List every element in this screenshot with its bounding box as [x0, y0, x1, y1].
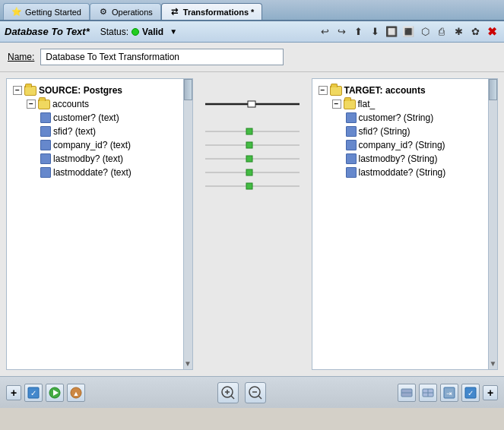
svg-text:⇥: ⇥: [446, 390, 452, 397]
source-expand-icon[interactable]: −: [13, 86, 22, 95]
svg-rect-11: [246, 183, 252, 189]
export-btn[interactable]: ⇥: [440, 384, 458, 402]
add2-btn[interactable]: +: [483, 385, 498, 400]
zoom-in-btn[interactable]: [217, 382, 239, 403]
mapping-area: − SOURCE: Postgres − accounts customer? …: [0, 72, 504, 376]
svg-rect-7: [246, 156, 252, 162]
svg-rect-5: [246, 142, 252, 148]
asterisk-btn[interactable]: ✱: [451, 24, 466, 40]
status-dropdown[interactable]: ▼: [170, 27, 177, 36]
svg-text:✓: ✓: [468, 389, 474, 397]
transform-icon: ⇄: [170, 7, 180, 17]
source-field-1: sfid? (text): [10, 125, 189, 138]
close-btn[interactable]: ✖: [484, 24, 499, 40]
target-field-1: sfid? (String): [315, 125, 495, 138]
source-root-header: − SOURCE: Postgres: [10, 84, 189, 97]
name-input[interactable]: [40, 49, 284, 65]
flower-btn[interactable]: ✿: [468, 24, 483, 40]
zoom-out-icon: [247, 384, 264, 401]
target-scrollbar[interactable]: ▼: [488, 79, 497, 369]
source-header-label: SOURCE: Postgres: [39, 85, 122, 96]
run-btn[interactable]: [46, 384, 64, 402]
secondary-toolbar: Database To Text* Status: Valid ▼ ↩ ↪ ⬆ …: [0, 21, 504, 43]
source-field-label-3: lastmodby? (text): [53, 153, 123, 164]
target-panel: − TARGET: accounts − flat_ customer? (St…: [312, 78, 499, 370]
source-accounts-label: accounts: [52, 99, 89, 109]
target-field-label-3: lastmodby? (String): [359, 153, 438, 164]
source-scrollbar[interactable]: ▼: [183, 79, 192, 369]
target-field-label-2: company_id? (String): [359, 140, 445, 150]
source-scrollbar-thumb: [184, 79, 192, 100]
source-accounts-expand[interactable]: −: [27, 100, 36, 109]
svg-text:▲: ▲: [73, 390, 80, 397]
target-header-label: TARGET: accounts: [344, 85, 426, 96]
status-value: Valid: [142, 27, 163, 37]
target-flat-label: flat_: [358, 99, 376, 109]
target-scrollbar-down[interactable]: ▼: [489, 357, 497, 369]
map1-icon: [400, 386, 414, 400]
doc-title: Database To Text*: [5, 26, 90, 37]
target-flat-folder: [344, 100, 356, 109]
tab-getting-started-label: Getting Started: [25, 8, 81, 17]
deploy-icon: ▲: [69, 386, 83, 400]
status-indicator: [132, 28, 139, 36]
up-btn[interactable]: ⬆: [350, 24, 366, 40]
target-field-label-4: lastmoddate? (String): [359, 167, 446, 178]
redo-btn[interactable]: ↪: [334, 24, 349, 40]
tab-transformations[interactable]: ⇄ Transformations *: [161, 3, 263, 20]
connector-area: [199, 72, 306, 376]
zoom-out-btn[interactable]: [245, 382, 266, 403]
validate2-icon: ✓: [464, 386, 477, 400]
source-field-label-1: sfid? (text): [53, 126, 96, 137]
target-expand-icon[interactable]: −: [319, 86, 328, 95]
source-field-0: customer? (text): [10, 111, 189, 125]
source-folder-icon: [24, 86, 36, 96]
bottom-center: [217, 382, 266, 403]
validate2-btn[interactable]: ✓: [461, 384, 480, 402]
print-btn[interactable]: ⎙: [434, 24, 449, 40]
bottom-left-icons: + ✓ ▲: [6, 384, 85, 402]
map1-btn[interactable]: [398, 384, 416, 402]
undo-btn[interactable]: ↩: [317, 24, 332, 40]
star1-btn[interactable]: 🔲: [384, 24, 399, 40]
tab-getting-started[interactable]: ⭐ Getting Started: [3, 3, 90, 20]
source-field-icon-2: [40, 140, 51, 150]
source-scrollbar-down[interactable]: ▼: [184, 357, 192, 369]
deploy-btn[interactable]: ▲: [67, 384, 85, 402]
source-field-icon-1: [40, 126, 51, 137]
toolbar2-icons: ↩ ↪ ⬆ ⬇ 🔲 🔳 ⬡ ⎙ ✱ ✿ ✖: [317, 24, 499, 40]
svg-line-21: [231, 396, 234, 399]
source-tree-scroll[interactable]: − SOURCE: Postgres − accounts customer? …: [7, 79, 192, 369]
hex-btn[interactable]: ⬡: [417, 24, 433, 40]
svg-rect-1: [248, 101, 255, 107]
connector-svg: [199, 72, 306, 376]
target-field-icon-3: [346, 153, 357, 164]
target-root-header: − TARGET: accounts: [315, 84, 495, 97]
zoom-in-icon: [220, 384, 236, 401]
target-field-label-0: customer? (String): [359, 112, 434, 123]
map2-icon: [421, 386, 435, 400]
map2-btn[interactable]: [419, 384, 437, 402]
star-icon: ⭐: [11, 7, 22, 17]
gear-icon: ⚙: [98, 7, 109, 17]
source-accounts-node: − accounts: [10, 97, 189, 111]
validate-btn[interactable]: ✓: [24, 384, 43, 402]
validate-icon: ✓: [27, 386, 40, 400]
target-field-icon-2: [346, 140, 357, 150]
source-field-3: lastmodby? (text): [10, 152, 189, 166]
target-field-4: lastmoddate? (String): [315, 166, 495, 179]
target-flat-expand[interactable]: −: [332, 100, 341, 109]
svg-rect-3: [246, 128, 252, 134]
export-icon: ⇥: [442, 386, 456, 400]
star2-btn[interactable]: 🔳: [401, 24, 416, 40]
target-scrollbar-thumb: [489, 79, 497, 100]
svg-line-24: [258, 396, 262, 399]
add-mapping-btn[interactable]: +: [6, 385, 21, 400]
tab-operations[interactable]: ⚙ Operations: [90, 3, 161, 20]
source-accounts-folder: [38, 100, 50, 109]
target-tree-scroll[interactable]: − TARGET: accounts − flat_ customer? (St…: [312, 79, 498, 369]
down-btn[interactable]: ⬇: [367, 24, 382, 40]
name-area: Name:: [0, 43, 504, 72]
tab-operations-label: Operations: [112, 8, 153, 17]
target-field-icon-0: [346, 112, 357, 123]
